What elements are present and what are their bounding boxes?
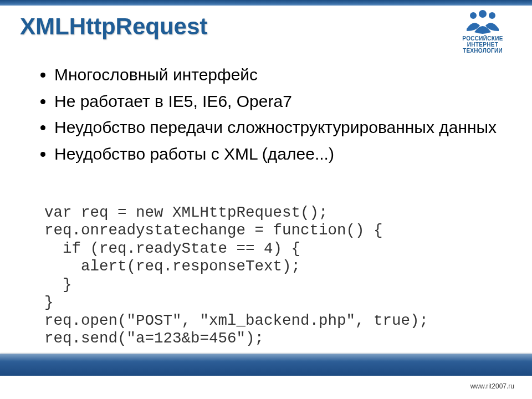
code-line: } [44, 294, 54, 311]
code-line: req.send("a=123&b=456"); [44, 330, 264, 347]
logo-line-2: ИНТЕРНЕТ [452, 42, 513, 48]
slide: XMLHttpRequest РОССИЙСКИЕ ИНТЕРНЕТ ТЕХНО… [0, 0, 532, 399]
brand-logo: РОССИЙСКИЕ ИНТЕРНЕТ ТЕХНОЛОГИИ [452, 10, 513, 54]
people-group-icon [463, 10, 502, 34]
list-item: Неудобство работы с XML (далее...) [54, 144, 499, 165]
code-line: req.onreadystatechange = function() { [44, 222, 383, 239]
footer-url: www.rit2007.ru [470, 382, 514, 390]
bullet-list: Многословный интерфейс Не работает в IE5… [33, 61, 499, 170]
top-accent-bar [0, 0, 532, 6]
bottom-accent-bar [0, 354, 532, 376]
code-line: if (req.readyState == 4) { [44, 240, 300, 257]
svg-point-1 [479, 10, 487, 18]
logo-line-1: РОССИЙСКИЕ [452, 35, 513, 42]
code-line: } [44, 276, 72, 293]
list-item: Неудобство передачи сложноструктурирован… [54, 117, 499, 138]
svg-point-0 [470, 12, 477, 19]
logo-line-3: ТЕХНОЛОГИИ [452, 48, 513, 54]
code-line: var req = new XMLHttpRequest(); [44, 204, 328, 221]
list-item: Многословный интерфейс [54, 64, 499, 85]
code-line: alert(req.responseText); [44, 258, 300, 275]
slide-title: XMLHttpRequest [20, 13, 207, 40]
code-block: var req = new XMLHttpRequest(); req.onre… [44, 204, 510, 348]
code-line: req.open("POST", "xml_backend.php", true… [44, 312, 428, 329]
svg-point-2 [489, 12, 495, 19]
list-item: Не работает в IE5, IE6, Opera7 [54, 91, 499, 112]
